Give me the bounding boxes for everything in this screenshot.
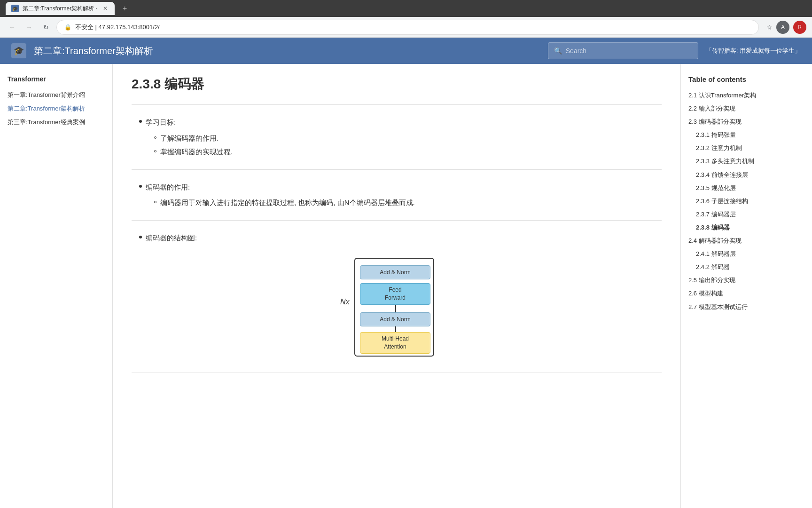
reload-button[interactable]: ↻ [39,21,53,34]
toc-item-2-3-1[interactable]: 2.3.1 掩码张量 [688,128,804,142]
nx-label: Nх [340,298,350,306]
site-header: 🎓 第二章:Transformer架构解析 🔍 Search 「传智播客: 用爱… [0,38,812,64]
bullet-dot-diagram [139,236,142,238]
encoder-outer-box: Add & Norm FeedForward Add & Norm Multi-… [354,258,434,357]
toc-item-2-3-2[interactable]: 2.3.2 注意力机制 [688,142,804,155]
search-icon: 🔍 [554,47,562,55]
sub-bullet-dot-1 [154,136,156,139]
feed-forward-box: FeedForward [360,283,430,305]
page-title: 2.3.8 编码器 [132,75,662,93]
add-norm-top: Add & Norm [360,265,430,279]
bullet-dot-purpose [139,185,142,188]
connector-2 [395,326,396,332]
search-placeholder: Search [566,47,586,55]
site-title: 第二章:Transformer架构解析 [34,45,540,57]
encoder-diagram: Nх Add & Norm FeedForward Add & Norm [331,253,462,361]
left-sidebar: Transformer 第一章:Transformer背景介绍 第二章:Tran… [0,64,113,508]
sub-bullet-item-2: 掌握编码器的实现过程. [132,146,662,158]
section-divider-1 [132,104,662,105]
profile-icon: A [781,24,785,31]
toc-item-2-3-5[interactable]: 2.3.5 规范化层 [688,182,804,195]
purpose-label: 编码器的作用: [146,181,190,193]
new-tab-button[interactable]: + [118,2,132,15]
toc-item-2-4-1[interactable]: 2.4.1 解码器层 [688,247,804,261]
connector-1 [395,305,396,312]
search-bar[interactable]: 🔍 Search [548,42,698,59]
toc-item-2-3-8[interactable]: 2.3.8 编码器 [688,221,804,234]
back-button[interactable]: ← [6,21,19,34]
tab-title: 第二章:Transformer架构解析 - [23,5,98,13]
lock-icon: 🔒 [64,24,71,31]
sub-bullet-dot-2 [154,150,156,152]
browser-titlebar: 🎓 第二章:Transformer架构解析 - ✕ + [0,0,812,17]
toc-item-2-4[interactable]: 2.4 解码器部分实现 [688,234,804,247]
bullet-dot [139,120,142,123]
multi-head-attention-box: Multi-HeadAttention [360,332,430,354]
diagram-label: 编码器的结构图: [146,232,197,244]
extension-icon: R [798,24,801,30]
section-learning-objectives: 学习目标: 了解编码器的作用. 掌握编码器的实现过程. [132,116,662,158]
site-tagline: 「传智播客: 用爱成就每一位学生」 [706,47,801,55]
sub-bullet-item-1: 了解编码器的作用. [132,132,662,144]
toc-item-2-3-3[interactable]: 2.3.3 多头注意力机制 [688,155,804,168]
toc-item-2-1[interactable]: 2.1 认识Transformer架构 [688,89,804,102]
sub-bullet-text-2: 掌握编码器的实现过程. [160,146,233,158]
toc-item-2-3-6[interactable]: 2.3.6 子层连接结构 [688,195,804,208]
main-layout: Transformer 第一章:Transformer背景介绍 第二章:Tran… [0,64,812,508]
sidebar-item-chapter2[interactable]: 第二章:Transformer架构解析 [8,102,105,116]
sub-bullet-text-1: 了解编码器的作用. [160,132,219,144]
logo-icon: 🎓 [14,46,24,56]
url-bar[interactable]: 🔒 不安全 | 47.92.175.143:8001/2/ [56,20,759,35]
objectives-label: 学习目标: [146,116,176,128]
url-text: 不安全 | 47.92.175.143:8001/2/ [75,23,160,32]
toc-item-2-6[interactable]: 2.6 模型构建 [688,287,804,300]
section-divider-2 [132,169,662,170]
toc-item-2-2[interactable]: 2.2 输入部分实现 [688,102,804,115]
site-logo: 🎓 [11,43,26,58]
browser-tab[interactable]: 🎓 第二章:Transformer架构解析 - ✕ [6,2,115,15]
section-divider-4 [132,373,662,373]
toc-item-2-3-4[interactable]: 2.3.4 前馈全连接层 [688,168,804,182]
tab-close-button[interactable]: ✕ [102,5,109,12]
tab-favicon: 🎓 [11,5,19,12]
extension-button[interactable]: R [793,21,806,34]
add-norm-bottom: Add & Norm [360,312,430,326]
bullet-item-diagram: 编码器的结构图: [132,232,662,244]
toc-item-2-4-2[interactable]: 2.4.2 解码器 [688,261,804,274]
bookmark-button[interactable]: ☆ [766,24,773,31]
section-encoder-diagram: 编码器的结构图: Nх Add & Norm FeedForward [132,232,662,362]
main-content: 2.3.8 编码器 学习目标: 了解编码器的作用. 掌握编码器的实现过程. 编码… [113,64,680,508]
profile-button[interactable]: A [776,21,789,34]
sidebar-item-chapter3[interactable]: 第三章:Transformer经典案例 [8,116,105,129]
right-sidebar: Table of contents 2.1 认识Transformer架构 2.… [680,64,812,508]
bullet-item-objectives: 学习目标: [132,116,662,128]
toc-item-2-3[interactable]: 2.3 编码器部分实现 [688,115,804,128]
sub-bullet-text-purpose: 编码器用于对输入进行指定的特征提取过程, 也称为编码, 由N个编码器层堆叠而成. [160,197,415,209]
diagram-container: Nх Add & Norm FeedForward Add & Norm [132,253,662,361]
toc-item-2-7[interactable]: 2.7 模型基本测试运行 [688,301,804,314]
address-bar: ← → ↻ 🔒 不安全 | 47.92.175.143:8001/2/ ☆ A … [0,17,812,38]
forward-button[interactable]: → [23,21,36,34]
sub-bullet-item-purpose-1: 编码器用于对输入进行指定的特征提取过程, 也称为编码, 由N个编码器层堆叠而成. [132,197,662,209]
section-divider-3 [132,220,662,221]
sidebar-section-title: Transformer [8,75,105,83]
sidebar-item-chapter1[interactable]: 第一章:Transformer背景介绍 [8,88,105,102]
bullet-item-purpose: 编码器的作用: [132,181,662,193]
toc-title: Table of contents [688,75,804,83]
toc-item-2-5[interactable]: 2.5 输出部分实现 [688,274,804,287]
toc-item-2-3-7[interactable]: 2.3.7 编码器层 [688,208,804,221]
section-encoder-purpose: 编码器的作用: 编码器用于对输入进行指定的特征提取过程, 也称为编码, 由N个编… [132,181,662,209]
sub-bullet-dot-purpose [154,201,156,203]
